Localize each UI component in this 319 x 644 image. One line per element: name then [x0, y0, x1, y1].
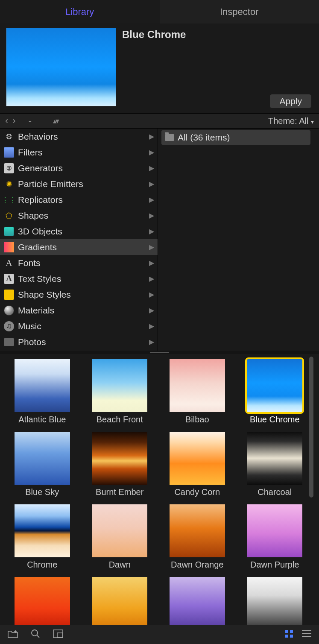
gradient-cell[interactable] — [87, 577, 153, 625]
category-photos[interactable]: Photos▶ — [0, 334, 158, 350]
gradient-swatch — [15, 577, 70, 625]
frame-icon[interactable] — [53, 629, 63, 640]
chevron-down-icon: ▾ — [311, 118, 314, 125]
gradient-cell[interactable] — [9, 577, 75, 625]
svg-rect-3 — [57, 633, 63, 638]
gradient-cell[interactable]: Charcoal — [242, 432, 308, 502]
gradient-swatch — [15, 359, 70, 412]
gradient-swatch — [170, 432, 225, 485]
svg-rect-6 — [285, 635, 288, 638]
chevron-right-icon: ▶ — [149, 196, 154, 204]
category-label: Photos — [18, 337, 46, 347]
category-emitters[interactable]: ✺Particle Emitters▶ — [0, 176, 158, 192]
grid-scroll-thumb[interactable] — [309, 357, 313, 498]
nav-back-icon[interactable]: ‹ — [5, 115, 8, 126]
gradient-label: Beach Front — [97, 415, 143, 426]
gradient-swatch — [247, 504, 302, 557]
nav-updown-icon[interactable]: ▴▾ — [53, 117, 58, 126]
svg-rect-5 — [290, 630, 293, 633]
chevron-right-icon: ▶ — [149, 243, 154, 251]
gradient-swatch — [15, 432, 70, 485]
gradient-cell[interactable]: Bilbao — [164, 359, 230, 429]
gradient-label: Bilbao — [185, 415, 209, 426]
gradient-cell[interactable]: Dawn Orange — [164, 504, 230, 574]
gradient-label: Blue Sky — [25, 487, 59, 498]
gradient-cell[interactable]: Beach Front — [87, 359, 153, 429]
tab-library[interactable]: Library — [0, 0, 160, 23]
browser-split: ⚙Behaviors▶Filters▶②Generators▶✺Particle… — [0, 129, 319, 351]
category-music[interactable]: ♫Music▶ — [0, 318, 158, 334]
category-generators[interactable]: ②Generators▶ — [0, 160, 158, 176]
category-label: Music — [18, 321, 41, 331]
gradient-swatch — [247, 432, 302, 485]
category-replicators[interactable]: ⋮⋮Replicators▶ — [0, 192, 158, 208]
preview-area: Blue Chrome Apply — [0, 23, 319, 113]
gradient-cell[interactable]: Blue Chrome — [242, 359, 308, 429]
gradient-cell[interactable]: Burnt Ember — [87, 432, 153, 502]
gradient-cell[interactable]: Blue Sky — [9, 432, 75, 502]
preview-thumbnail — [6, 28, 116, 106]
top-tabs: Library Inspector — [0, 0, 319, 23]
gradient-label: Chrome — [27, 560, 57, 571]
svg-rect-7 — [290, 635, 293, 638]
category-gradients[interactable]: Gradients▶ — [0, 239, 158, 255]
chevron-right-icon: ▶ — [149, 180, 154, 188]
category-shapes[interactable]: ⬠Shapes▶ — [0, 208, 158, 223]
gradient-cell[interactable]: Dawn — [87, 504, 153, 574]
splitter-handle[interactable] — [0, 351, 319, 354]
category-label: 3D Objects — [18, 226, 62, 237]
category-label: Particle Emitters — [18, 179, 83, 189]
preview-title: Blue Chrome — [122, 29, 186, 111]
category-textstyles[interactable]: AText Styles▶ — [0, 271, 158, 287]
gradient-cell[interactable]: Chrome — [9, 504, 75, 574]
gradient-label: Atlantic Blue — [18, 415, 66, 426]
category-fonts[interactable]: AFonts▶ — [0, 255, 158, 271]
nav-forward-icon[interactable]: › — [12, 115, 15, 126]
category-shapestyles[interactable]: Shape Styles▶ — [0, 287, 158, 302]
grid-scrollbar[interactable] — [307, 354, 315, 625]
subcategory-all[interactable]: All (36 items) — [161, 130, 310, 145]
chevron-right-icon: ▶ — [149, 227, 154, 235]
gradient-swatch — [170, 577, 225, 625]
tab-inspector[interactable]: Inspector — [160, 0, 319, 23]
nav-dash-icon: - — [29, 115, 32, 126]
gradient-swatch — [247, 577, 302, 625]
category-list: ⚙Behaviors▶Filters▶②Generators▶✺Particle… — [0, 129, 158, 351]
gradient-cell[interactable] — [164, 577, 230, 625]
category-label: Generators — [18, 163, 63, 173]
gradient-cell[interactable]: Candy Corn — [164, 432, 230, 502]
svg-rect-2 — [53, 630, 63, 638]
grid-view-icon[interactable] — [285, 629, 293, 640]
list-view-icon[interactable] — [302, 630, 311, 639]
search-icon[interactable] — [31, 629, 40, 640]
gradient-cell[interactable] — [242, 577, 308, 625]
chevron-right-icon: ▶ — [149, 211, 154, 220]
footer-toolbar — [0, 625, 319, 644]
apply-button[interactable]: Apply — [270, 94, 311, 108]
chevron-right-icon: ▶ — [149, 338, 154, 346]
gradient-swatch — [92, 359, 147, 412]
chevron-right-icon: ▶ — [149, 132, 154, 141]
gradient-label: Blue Chrome — [250, 415, 300, 426]
gradient-swatch — [92, 577, 147, 625]
theme-dropdown[interactable]: Theme: All ▾ — [268, 116, 314, 126]
category-materials[interactable]: Materials▶ — [0, 302, 158, 318]
folder-icon — [165, 134, 174, 141]
category-label: Shape Styles — [18, 290, 71, 300]
gradient-swatch — [15, 504, 70, 557]
gradient-swatch — [170, 504, 225, 557]
category-filters[interactable]: Filters▶ — [0, 144, 158, 160]
chevron-right-icon: ▶ — [149, 275, 154, 283]
gradient-cell[interactable]: Atlantic Blue — [9, 359, 75, 429]
category-label: Materials — [18, 305, 54, 316]
category-3dobjects[interactable]: 3D Objects▶ — [0, 223, 158, 239]
subcategory-label: All (36 items) — [178, 132, 230, 143]
category-label: Filters — [18, 147, 42, 158]
chevron-right-icon: ▶ — [149, 148, 154, 156]
new-folder-icon[interactable] — [8, 629, 18, 640]
gradient-cell[interactable]: Dawn Purple — [242, 504, 308, 574]
gradient-label: Burnt Ember — [96, 487, 143, 498]
gradient-swatch — [92, 504, 147, 557]
category-label: Fonts — [18, 258, 41, 268]
category-behaviors[interactable]: ⚙Behaviors▶ — [0, 129, 158, 144]
